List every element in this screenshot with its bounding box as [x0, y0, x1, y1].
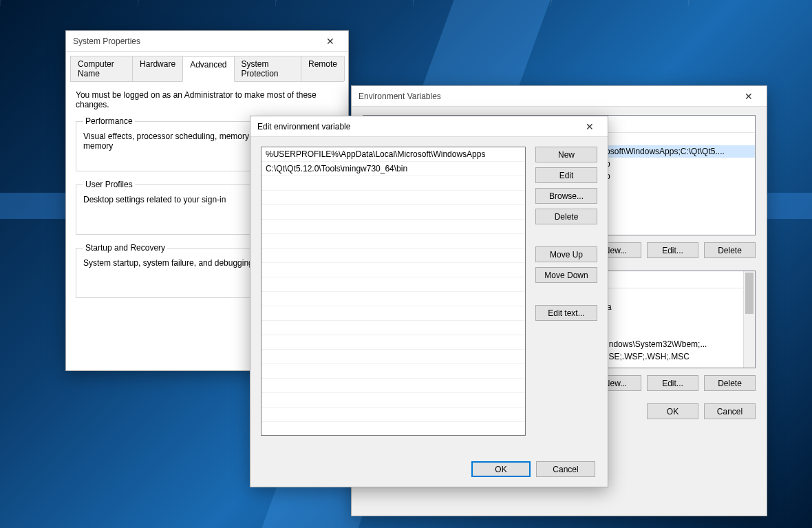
window-title: Edit environment variable [257, 122, 350, 131]
list-item[interactable] [261, 350, 525, 364]
delete-button[interactable]: Delete [704, 375, 756, 391]
titlebar[interactable]: Environment Variables ✕ [352, 86, 767, 107]
user-profiles-legend: User Profiles [83, 180, 135, 189]
titlebar[interactable]: System Properties ✕ [66, 31, 348, 52]
list-item[interactable] [261, 176, 525, 191]
tab-remote[interactable]: Remote [301, 56, 345, 81]
list-item[interactable] [261, 364, 525, 379]
startup-legend: Startup and Recovery [83, 243, 167, 253]
list-item[interactable] [261, 205, 525, 220]
delete-button[interactable]: Delete [704, 242, 756, 258]
list-item[interactable] [261, 306, 525, 321]
side-buttons: New Edit Browse... Delete Move Up Move D… [535, 147, 597, 436]
tab-computer-name[interactable]: Computer Name [70, 56, 133, 81]
path-entries-list[interactable]: %USERPROFILE%\AppData\Local\Microsoft\Wi… [261, 147, 526, 436]
move-up-button[interactable]: Move Up [535, 246, 597, 262]
delete-button[interactable]: Delete [535, 209, 597, 224]
tab-hardware[interactable]: Hardware [132, 56, 183, 81]
scrollbar[interactable] [743, 271, 755, 368]
list-item[interactable] [261, 220, 525, 234]
window-title: System Properties [73, 36, 140, 46]
window-title: Environment Variables [359, 92, 441, 101]
close-icon[interactable]: ✕ [735, 91, 762, 102]
browse-button[interactable]: Browse... [535, 188, 597, 204]
list-item[interactable] [261, 321, 525, 335]
close-icon[interactable]: ✕ [317, 36, 344, 47]
ok-button[interactable]: OK [647, 403, 698, 419]
edit-button[interactable]: Edit... [647, 375, 698, 391]
cancel-button[interactable]: Cancel [704, 403, 756, 419]
list-item[interactable] [261, 408, 525, 422]
new-button[interactable]: New [535, 147, 597, 162]
edit-button[interactable]: Edit... [647, 242, 698, 258]
move-down-button[interactable]: Move Down [535, 267, 597, 283]
edit-environment-variable-window: Edit environment variable ✕ %USERPROFILE… [250, 116, 608, 487]
list-item[interactable]: C:\Qt\Qt5.12.0\Tools\mingw730_64\bin [261, 162, 525, 176]
list-item[interactable] [261, 249, 525, 263]
list-item[interactable] [261, 277, 525, 292]
list-item[interactable] [261, 393, 525, 408]
list-item[interactable] [261, 335, 525, 350]
edit-text-button[interactable]: Edit text... [535, 305, 597, 321]
list-item[interactable] [261, 234, 525, 249]
cancel-button[interactable]: Cancel [536, 461, 595, 477]
edit-button[interactable]: Edit [535, 167, 597, 183]
dialog-buttons: OK Cancel [471, 461, 595, 477]
ok-button[interactable]: OK [471, 461, 531, 477]
performance-legend: Performance [83, 116, 135, 126]
list-item[interactable] [261, 292, 525, 306]
titlebar[interactable]: Edit environment variable ✕ [250, 116, 608, 137]
tab-strip: Computer Name Hardware Advanced System P… [70, 56, 344, 82]
admin-note: You must be logged on as an Administrato… [76, 90, 339, 109]
list-item[interactable] [261, 191, 525, 205]
tab-advanced[interactable]: Advanced [182, 56, 234, 82]
list-item[interactable] [261, 263, 525, 277]
tab-system-protection[interactable]: System Protection [234, 56, 301, 81]
close-icon[interactable]: ✕ [576, 121, 603, 132]
list-item[interactable]: %USERPROFILE%\AppData\Local\Microsoft\Wi… [261, 147, 525, 162]
list-item[interactable] [261, 379, 525, 393]
